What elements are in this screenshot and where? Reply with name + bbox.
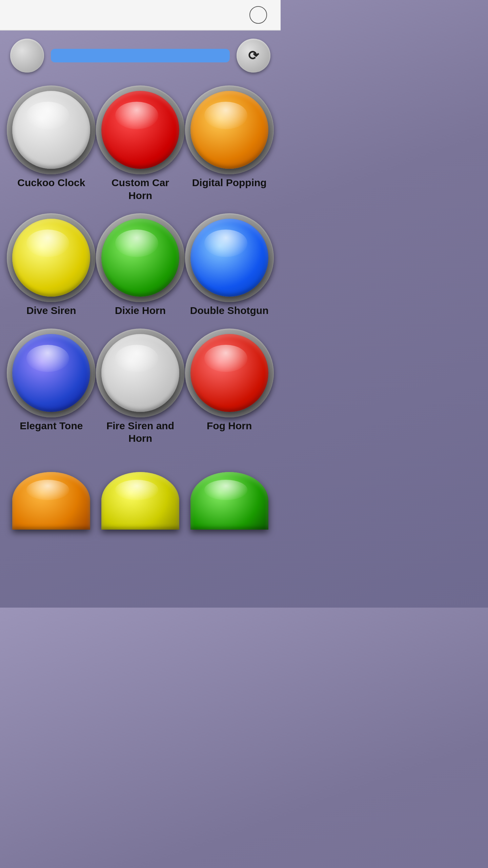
controls-row: ⟳ xyxy=(0,31,281,81)
sound-label-dive-siren: Dive Siren xyxy=(26,304,76,317)
sound-button-partial-1[interactable] xyxy=(12,472,90,530)
help-button[interactable] xyxy=(10,39,44,73)
sound-grid: Cuckoo ClockCustom Car HornDigital Poppi… xyxy=(0,81,281,462)
sound-button-double-shotgun[interactable] xyxy=(190,219,268,297)
sound-button-custom-car-horn[interactable] xyxy=(101,91,179,169)
sound-item-partial-1[interactable] xyxy=(7,465,96,540)
sound-button-digital-popping[interactable] xyxy=(190,91,268,169)
sound-button-dixie-horn[interactable] xyxy=(101,219,179,297)
sound-button-fire-siren-horn[interactable] xyxy=(101,334,179,412)
sound-label-fog-horn: Fog Horn xyxy=(207,419,252,432)
sound-button-cuckoo-clock[interactable] xyxy=(12,91,90,169)
repeat-button[interactable]: ⟳ xyxy=(237,39,270,73)
sound-label-cuckoo-clock: Cuckoo Clock xyxy=(17,176,85,189)
sound-label-fire-siren-horn: Fire Siren and Horn xyxy=(99,419,182,445)
sound-button-partial-2[interactable] xyxy=(101,472,179,530)
sound-item-cuckoo-clock[interactable]: Cuckoo Clock xyxy=(7,84,96,212)
sound-label-double-shotgun: Double Shotgun xyxy=(190,304,269,317)
info-button[interactable] xyxy=(249,6,267,24)
sound-item-partial-3[interactable] xyxy=(185,465,274,540)
sound-item-partial-2[interactable] xyxy=(96,465,185,540)
sound-item-elegant-tone[interactable]: Elegant Tone xyxy=(7,327,96,455)
sound-item-dixie-horn[interactable]: Dixie Horn xyxy=(96,212,185,327)
repeat-icon: ⟳ xyxy=(248,48,259,63)
sound-item-fire-siren-horn[interactable]: Fire Siren and Horn xyxy=(96,327,185,455)
sound-label-digital-popping: Digital Popping xyxy=(192,176,267,189)
sound-item-digital-popping[interactable]: Digital Popping xyxy=(185,84,274,212)
sound-label-elegant-tone: Elegant Tone xyxy=(20,419,83,432)
partial-grid xyxy=(0,462,281,547)
sound-item-double-shotgun[interactable]: Double Shotgun xyxy=(185,212,274,327)
sound-item-dive-siren[interactable]: Dive Siren xyxy=(7,212,96,327)
sound-button-partial-3[interactable] xyxy=(190,472,268,530)
repeat-tooltip xyxy=(51,49,230,62)
sound-label-dixie-horn: Dixie Horn xyxy=(115,304,166,317)
sound-item-fog-horn[interactable]: Fog Horn xyxy=(185,327,274,455)
nav-bar xyxy=(0,0,281,31)
sound-button-fog-horn[interactable] xyxy=(190,334,268,412)
sound-item-custom-car-horn[interactable]: Custom Car Horn xyxy=(96,84,185,212)
sound-label-custom-car-horn: Custom Car Horn xyxy=(99,176,182,202)
sound-button-elegant-tone[interactable] xyxy=(12,334,90,412)
sound-button-dive-siren[interactable] xyxy=(12,219,90,297)
